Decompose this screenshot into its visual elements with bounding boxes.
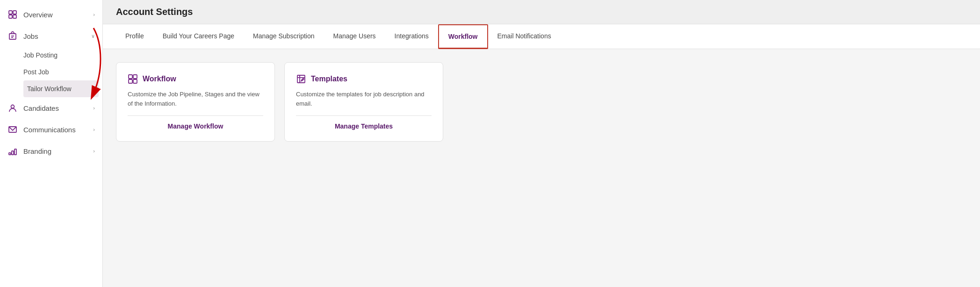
main-content: Account Settings Profile Build Your Care… <box>103 0 980 287</box>
svg-rect-1 <box>13 11 16 14</box>
templates-card: Templates Customize the templates for jo… <box>284 62 443 142</box>
svg-rect-13 <box>129 75 132 79</box>
jobs-icon <box>7 31 18 41</box>
svg-rect-10 <box>12 151 14 155</box>
workflow-card-desc: Customize the Job Pipeline, Stages and t… <box>128 90 263 108</box>
overview-chevron: › <box>93 12 95 17</box>
content-area: Workflow Customize the Job Pipeline, Sta… <box>103 49 980 287</box>
svg-rect-11 <box>14 149 16 155</box>
tab-manage-subscription[interactable]: Manage Subscription <box>244 25 324 49</box>
svg-rect-2 <box>9 15 12 18</box>
sidebar-item-overview[interactable]: Overview › <box>0 4 102 25</box>
templates-card-header: Templates <box>296 74 432 84</box>
branding-icon <box>7 146 18 156</box>
sidebar-overview-label: Overview <box>23 11 93 19</box>
sidebar-item-post-job[interactable]: Post Job <box>23 64 102 80</box>
sidebar: Overview › Jobs ∨ Job Posting Post Job T… <box>0 0 103 287</box>
workflow-card-icon <box>128 74 138 84</box>
templates-card-title: Templates <box>311 75 347 83</box>
tab-email-notifications[interactable]: Email Notifications <box>488 25 561 49</box>
sidebar-candidates-label: Candidates <box>23 104 93 112</box>
sidebar-jobs-label: Jobs <box>23 32 91 40</box>
tab-careers-page[interactable]: Build Your Careers Page <box>153 25 244 49</box>
sidebar-item-job-posting[interactable]: Job Posting <box>23 47 102 64</box>
svg-point-7 <box>11 105 14 108</box>
manage-workflow-button[interactable]: Manage Workflow <box>128 122 263 130</box>
workflow-card-title: Workflow <box>143 75 176 83</box>
svg-rect-4 <box>9 34 16 39</box>
sidebar-branding-label: Branding <box>23 147 93 155</box>
sidebar-item-candidates[interactable]: Candidates › <box>0 97 102 119</box>
svg-rect-15 <box>129 79 132 83</box>
templates-card-icon <box>296 74 306 84</box>
svg-rect-14 <box>133 75 137 79</box>
svg-rect-3 <box>13 15 16 18</box>
workflow-card-header: Workflow <box>128 74 263 84</box>
jobs-subitems: Job Posting Post Job Tailor Workflow <box>0 47 102 97</box>
workflow-card: Workflow Customize the Job Pipeline, Sta… <box>116 62 275 142</box>
svg-rect-9 <box>9 153 11 155</box>
candidates-chevron: › <box>93 105 95 111</box>
branding-chevron: › <box>93 148 95 154</box>
svg-rect-0 <box>9 11 12 14</box>
tab-workflow[interactable]: Workflow <box>438 24 488 49</box>
page-title: Account Settings <box>116 7 967 17</box>
sidebar-item-branding[interactable]: Branding › <box>0 140 102 162</box>
cards-row: Workflow Customize the Job Pipeline, Sta… <box>116 62 967 142</box>
jobs-chevron: ∨ <box>91 33 95 39</box>
tab-profile[interactable]: Profile <box>116 25 153 49</box>
layout-icon <box>7 9 18 20</box>
workflow-card-divider <box>128 115 263 116</box>
tab-integrations[interactable]: Integrations <box>385 25 438 49</box>
page-header: Account Settings <box>103 0 980 24</box>
sidebar-item-communications[interactable]: Communications › <box>0 119 102 140</box>
tab-manage-users[interactable]: Manage Users <box>324 25 385 49</box>
sidebar-communications-label: Communications <box>23 126 93 134</box>
sidebar-item-tailor-workflow[interactable]: Tailor Workflow <box>23 80 99 97</box>
manage-templates-button[interactable]: Manage Templates <box>296 122 432 130</box>
communications-icon <box>7 124 18 135</box>
communications-chevron: › <box>93 127 95 132</box>
tabs-bar: Profile Build Your Careers Page Manage S… <box>103 24 980 49</box>
sidebar-item-jobs[interactable]: Jobs ∨ <box>0 25 102 47</box>
svg-rect-16 <box>133 79 137 83</box>
templates-card-desc: Customize the templates for job descript… <box>296 90 432 108</box>
candidates-icon <box>7 103 18 113</box>
templates-card-divider <box>296 115 432 116</box>
